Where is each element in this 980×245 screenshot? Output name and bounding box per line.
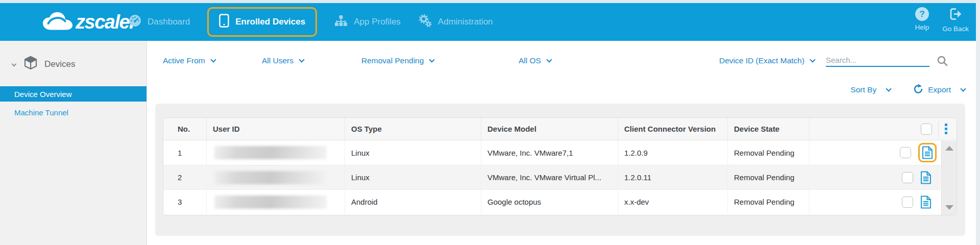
nav-enrolled-devices-label: Enrolled Devices: [235, 17, 305, 27]
sort-by-dropdown[interactable]: Sort By: [850, 85, 891, 94]
chevron-down-icon: [960, 86, 966, 91]
cell-user-id: [206, 140, 345, 165]
cell-os-type: Android: [345, 190, 481, 214]
go-back-button[interactable]: Go Back: [942, 7, 969, 33]
sidebar-section-label: Devices: [44, 59, 75, 69]
gears-icon: [418, 14, 432, 30]
redacted-user-id: [214, 146, 327, 159]
nav-dashboard[interactable]: Dashboard: [129, 14, 190, 30]
cell-no: 1: [163, 140, 206, 165]
device-details-icon[interactable]: [920, 171, 932, 184]
help-label: Help: [915, 23, 929, 31]
cell-device-model: VMware, Inc. VMware7,1: [481, 140, 618, 165]
filter-device-state[interactable]: Removal Pending: [361, 56, 434, 65]
export-icon: [913, 84, 924, 96]
col-header-device-state: Device State: [727, 118, 809, 140]
scroll-up-icon[interactable]: [945, 146, 953, 151]
chevron-down-icon: [210, 57, 216, 62]
chevron-down-icon: [299, 57, 304, 62]
nav-app-profiles[interactable]: App Profiles: [334, 15, 401, 30]
filter-bar: Active From All Users Removal Pending Al…: [148, 56, 976, 71]
cell-client-connector-version: 1.2.0.9: [618, 140, 727, 165]
filter-all-users[interactable]: All Users: [262, 56, 304, 65]
col-header-actions: [809, 118, 957, 140]
devices-table: No. User ID OS Type Device Model Client …: [163, 117, 957, 215]
search-mode-dropdown[interactable]: Device ID (Exact Match): [719, 56, 815, 65]
filter-active-from[interactable]: Active From: [163, 56, 215, 65]
sidebar-item-machine-tunnel[interactable]: Machine Tunnel: [0, 105, 146, 120]
main-content: Active From All Users Removal Pending Al…: [148, 41, 976, 245]
device-details-icon[interactable]: [920, 195, 932, 209]
zscaler-wordmark: zscaler: [76, 11, 136, 33]
device-details-icon[interactable]: [922, 146, 933, 159]
cell-client-connector-version: 1.2.0.11: [618, 165, 727, 189]
go-back-icon: [948, 7, 963, 22]
search-icon[interactable]: [937, 55, 948, 68]
help-icon: ?: [915, 7, 929, 21]
cell-os-type: Linux: [345, 165, 481, 189]
cell-os-type: Linux: [345, 140, 481, 165]
chevron-down-icon: [810, 57, 815, 62]
chevron-down-icon: [546, 57, 552, 62]
zscaler-cloud-icon: [42, 10, 74, 34]
row-checkbox[interactable]: [900, 147, 911, 158]
sitemap-icon: [334, 15, 348, 30]
cell-actions: [809, 140, 941, 165]
annotation-highlight-details-icon: [918, 143, 937, 162]
cell-actions: [809, 165, 941, 189]
table-header-row: No. User ID OS Type Device Model Client …: [163, 118, 957, 140]
cell-user-id: [206, 165, 345, 189]
col-header-device-model: Device Model: [481, 118, 618, 140]
col-header-client-connector-version: Client Connector Version: [618, 118, 727, 140]
export-dropdown[interactable]: Export: [913, 84, 965, 96]
zscaler-logo: zscaler: [42, 10, 136, 34]
nav-dashboard-label: Dashboard: [148, 17, 190, 27]
col-header-no: No.: [163, 118, 206, 140]
cell-client-connector-version: x.x-dev: [618, 190, 727, 214]
redacted-user-id: [214, 195, 327, 209]
nav-administration[interactable]: Administration: [418, 14, 493, 30]
cell-device-model: VMware, Inc. VMware Virtual Pl...: [481, 165, 618, 189]
table-body: 1 Linux VMware, Inc. VMware7,1 1.2.0.9 R…: [163, 140, 941, 214]
table-row: 2 Linux VMware, Inc. VMware Virtual Pl..…: [163, 165, 941, 189]
chevron-down-icon: [886, 86, 892, 91]
dashboard-gauge-icon: [129, 14, 141, 30]
filter-all-os[interactable]: All OS: [519, 56, 551, 65]
main-nav: Dashboard Enrolled Devices: [129, 3, 493, 41]
col-header-os-type: OS Type: [345, 118, 481, 140]
chevron-down-icon: [429, 57, 435, 62]
sidebar-item-label: Machine Tunnel: [14, 108, 68, 117]
window-right-edge: [976, 0, 980, 245]
sidebar-section-devices[interactable]: Devices: [0, 41, 146, 73]
table-row: 3 Android Google octopus x.x-dev Removal…: [163, 189, 941, 214]
nav-enrolled-devices[interactable]: Enrolled Devices: [219, 14, 305, 30]
tablet-icon: [219, 14, 229, 30]
go-back-label: Go Back: [942, 25, 969, 33]
cell-device-state: Removal Pending: [727, 190, 809, 214]
cell-user-id: [206, 190, 345, 214]
help-button[interactable]: ? Help: [915, 7, 929, 33]
row-checkbox[interactable]: [902, 172, 913, 183]
nav-administration-label: Administration: [438, 17, 493, 27]
table-toolbar: Sort By Export: [850, 84, 965, 96]
cell-device-state: Removal Pending: [727, 140, 809, 165]
search-input[interactable]: [826, 54, 929, 67]
cell-device-model: Google octopus: [481, 190, 618, 214]
col-header-user-id: User ID: [206, 118, 345, 140]
scroll-down-icon[interactable]: [945, 205, 953, 210]
chevron-down-icon: [12, 62, 17, 67]
column-menu-icon[interactable]: [945, 124, 947, 134]
nav-app-profiles-label: App Profiles: [354, 17, 401, 27]
divider: [938, 121, 939, 137]
sidebar-item-label: Device Overview: [14, 90, 72, 99]
redacted-user-id: [214, 171, 327, 184]
annotation-highlight-enrolled-devices: Enrolled Devices: [207, 7, 317, 37]
row-checkbox[interactable]: [902, 197, 913, 208]
cell-no: 2: [163, 165, 206, 189]
appbar-actions: ? Help Go Back: [915, 7, 969, 33]
cell-actions: [809, 190, 941, 214]
table-scrollbar: [941, 141, 957, 215]
sidebar-item-device-overview[interactable]: Device Overview: [0, 86, 146, 102]
sidebar: Devices Device Overview Machine Tunnel: [0, 41, 147, 245]
select-all-checkbox[interactable]: [921, 124, 932, 135]
